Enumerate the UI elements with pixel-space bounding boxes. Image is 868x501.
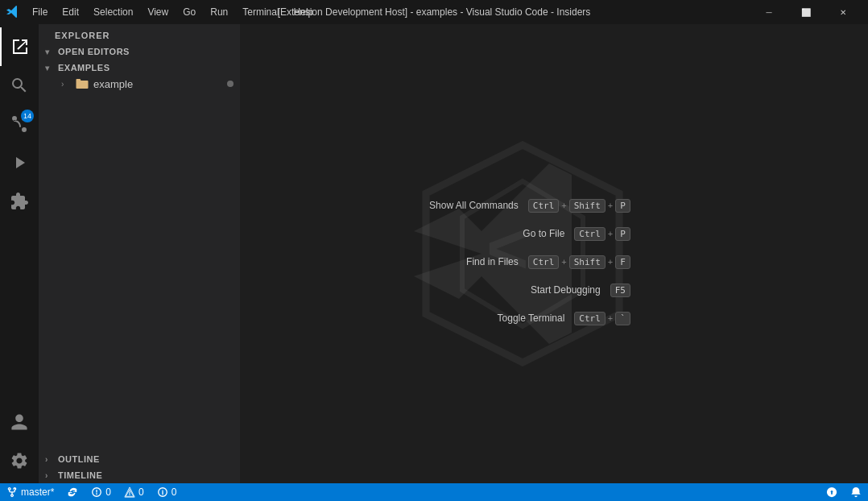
example-folder[interactable]: › example	[39, 76, 240, 92]
shortcut-find-files: Find in Files Ctrl + Shift + F	[466, 255, 630, 269]
menu-bar: File Edit Selection View Go Run Terminal…	[26, 5, 320, 19]
timeline-section[interactable]: › TIMELINE	[39, 467, 240, 483]
examples-section[interactable]: ▾ EXAMPLES	[39, 60, 240, 76]
activity-bar-bottom	[0, 403, 39, 483]
example-folder-chevron: ›	[61, 80, 74, 89]
p-key: P	[615, 199, 630, 213]
notifications-status[interactable]	[844, 483, 868, 501]
outline-chevron: ›	[45, 455, 58, 464]
ctrl-key3: Ctrl	[528, 255, 560, 269]
outline-section[interactable]: › OUTLINE	[39, 451, 240, 467]
menu-view[interactable]: View	[141, 5, 175, 19]
activity-explorer[interactable]	[0, 27, 39, 66]
ctrl-key2: Ctrl	[574, 227, 606, 241]
shortcut-all-commands: Show All Commands Ctrl + Shift + P	[429, 199, 630, 213]
f5-key: F5	[610, 284, 630, 297]
folder-icon	[76, 77, 89, 90]
sync-status[interactable]	[60, 483, 85, 501]
activity-run[interactable]	[0, 143, 39, 182]
status-bar: master* 0 0 0	[0, 483, 868, 501]
minimize-button[interactable]: ─	[750, 0, 787, 24]
shift-key: Shift	[569, 199, 606, 213]
example-folder-label: example	[93, 78, 133, 90]
activity-search[interactable]	[0, 66, 39, 105]
status-bar-right	[820, 483, 868, 501]
branch-status[interactable]: master*	[0, 483, 60, 501]
shortcut-terminal: Toggle Terminal Ctrl + `	[498, 312, 630, 325]
activity-bar: 14	[0, 24, 39, 483]
error-count: 0	[105, 487, 111, 498]
timeline-chevron: ›	[45, 471, 58, 480]
sidebar-bottom: › OUTLINE › TIMELINE	[39, 451, 240, 483]
menu-file[interactable]: File	[26, 5, 54, 19]
timeline-label: TIMELINE	[58, 470, 102, 480]
activity-extensions[interactable]	[0, 182, 39, 221]
title-bar-left: File Edit Selection View Go Run Terminal…	[6, 5, 320, 19]
window-controls: ─ ⬜ ✕	[750, 0, 862, 24]
toggle-terminal-keys: Ctrl + `	[574, 312, 630, 325]
activity-source-control[interactable]: 14	[0, 105, 39, 143]
outline-label: OUTLINE	[58, 454, 100, 464]
start-debugging-label: Start Debugging	[531, 284, 601, 296]
examples-label: EXAMPLES	[58, 63, 110, 72]
warnings-status[interactable]: 0	[118, 483, 151, 501]
shortcut-goto-file: Go to File Ctrl + P	[523, 227, 630, 241]
sidebar: EXPLORER ▾ OPEN EDITORS ▾ EXAMPLES › exa…	[39, 24, 240, 483]
menu-go[interactable]: Go	[176, 5, 202, 19]
editor-area: < Show All Commands Ctrl + Shift + P Go …	[240, 24, 868, 483]
source-control-badge: 14	[21, 110, 34, 122]
go-to-file-keys: Ctrl + P	[574, 227, 630, 241]
ctrl-key: Ctrl	[528, 199, 560, 213]
show-all-commands-keys: Ctrl + Shift + P	[528, 199, 630, 213]
menu-run[interactable]: Run	[204, 5, 234, 19]
find-in-files-keys: Ctrl + Shift + F	[528, 255, 630, 269]
menu-edit[interactable]: Edit	[56, 5, 85, 19]
p-key2: P	[615, 227, 630, 241]
warning-icon	[124, 487, 135, 498]
new-file-indicator	[227, 81, 234, 87]
maximize-button[interactable]: ⬜	[787, 0, 825, 24]
status-bar-left: master* 0 0 0	[0, 483, 183, 501]
error-icon	[91, 487, 102, 498]
sidebar-title: EXPLORER	[39, 24, 240, 43]
toggle-terminal-label: Toggle Terminal	[498, 313, 565, 324]
warning-count: 0	[138, 487, 144, 498]
window-title: [Extension Development Host] - examples …	[278, 6, 591, 18]
f-key: F	[615, 255, 630, 269]
remote-icon	[826, 487, 837, 498]
welcome-shortcuts: Show All Commands Ctrl + Shift + P Go to…	[429, 199, 630, 325]
bell-icon	[850, 487, 862, 498]
shortcut-debug: Start Debugging F5	[531, 284, 630, 297]
info-count: 0	[172, 487, 177, 498]
backtick-key: `	[615, 312, 630, 325]
open-editors-section[interactable]: ▾ OPEN EDITORS	[39, 43, 240, 60]
ctrl-key4: Ctrl	[574, 312, 606, 325]
remote-status[interactable]	[820, 483, 844, 501]
branch-name: master*	[21, 487, 54, 498]
menu-selection[interactable]: Selection	[87, 5, 139, 19]
open-editors-chevron: ▾	[45, 48, 58, 56]
examples-chevron: ▾	[45, 64, 58, 72]
info-status[interactable]: 0	[151, 483, 184, 501]
go-to-file-label: Go to File	[523, 228, 564, 239]
activity-settings[interactable]	[0, 441, 39, 480]
show-all-commands-label: Show All Commands	[429, 200, 519, 211]
info-icon	[157, 487, 168, 498]
errors-status[interactable]: 0	[85, 483, 118, 501]
sync-icon	[67, 487, 78, 498]
open-editors-label: OPEN EDITORS	[58, 47, 130, 56]
find-in-files-label: Find in Files	[466, 256, 519, 267]
branch-icon	[6, 487, 18, 498]
main-layout: 14 EXPLORER ▾ OPEN EDITORS ▾ EXAMPLES	[0, 24, 868, 483]
start-debugging-keys: F5	[610, 284, 630, 297]
shift-key3: Shift	[569, 255, 606, 269]
close-button[interactable]: ✕	[825, 0, 862, 24]
vscode-logo-icon	[6, 6, 19, 19]
title-bar: File Edit Selection View Go Run Terminal…	[0, 0, 868, 24]
activity-accounts[interactable]	[0, 403, 39, 441]
